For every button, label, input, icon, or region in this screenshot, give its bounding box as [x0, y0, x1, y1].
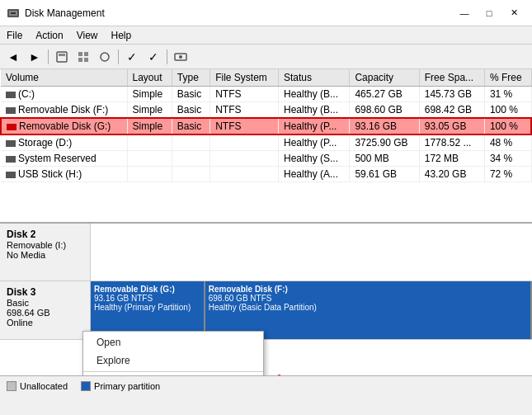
toolbar-btn-8[interactable] [171, 47, 191, 67]
legend-primary: Primary partition [81, 381, 160, 391]
table-cell: 43.20 GB [419, 167, 484, 182]
table-cell [172, 167, 210, 182]
status-bar: Unallocated Primary partition [0, 375, 532, 395]
table-cell [210, 151, 279, 167]
partition-2-status: Healthy (Basic Data Partition) [209, 303, 317, 312]
ctx-separator [83, 371, 263, 372]
table-cell: Basic [172, 102, 210, 119]
toolbar: ◄ ► ✓ ✓ [0, 45, 532, 69]
table-cell [172, 151, 210, 167]
disk-2-partitions [91, 224, 532, 281]
table-cell: Healthy (P... [278, 118, 349, 134]
table-row[interactable]: System ReservedHealthy (S...500 MB172 MB… [1, 151, 531, 167]
disk-table-container[interactable]: Volume Layout Type File System Status Ca… [0, 69, 532, 224]
table-cell: 93.16 GB [350, 118, 419, 134]
back-button[interactable]: ◄ [3, 47, 23, 67]
table-body: (C:)SimpleBasicNTFSHealthy (B...465.27 G… [1, 87, 531, 182]
table-cell [210, 167, 279, 182]
table-cell: NTFS [210, 87, 279, 102]
table-cell: Storage (D:) [1, 134, 127, 151]
toolbar-separator-2 [118, 50, 119, 64]
table-cell: USB Stick (H:) [1, 167, 127, 182]
toolbar-btn-7[interactable]: ✓ [144, 47, 163, 67]
table-cell: 1778.52 ... [419, 134, 484, 151]
disk-3-type: Basic [7, 298, 83, 308]
toolbar-btn-5[interactable] [95, 47, 115, 67]
disk-icon [6, 172, 16, 178]
svg-point-11 [179, 55, 182, 59]
forward-button[interactable]: ► [25, 47, 45, 67]
toolbar-btn-6[interactable]: ✓ [122, 47, 142, 67]
menu-action[interactable]: Action [29, 28, 69, 43]
table-cell: Basic [172, 118, 210, 134]
maximize-button[interactable]: □ [478, 5, 501, 21]
table-cell: 3725.90 GB [350, 134, 419, 151]
table-cell: (C:) [1, 87, 127, 102]
disk-icon [6, 92, 16, 98]
partition-2-size: 698.60 GB NTFS [209, 294, 272, 303]
main-content: Volume Layout Type File System Status Ca… [0, 69, 532, 395]
toolbar-btn-4[interactable] [73, 47, 93, 67]
menu-bar: File Action View Help [0, 26, 532, 45]
table-cell: Healthy (B... [278, 87, 349, 102]
svg-rect-8 [84, 58, 88, 62]
menu-view[interactable]: View [70, 28, 105, 43]
table-cell: 100 % [484, 102, 531, 119]
svg-rect-2 [11, 12, 16, 14]
table-cell: 59.61 GB [350, 167, 419, 182]
col-percent: % Free [484, 69, 531, 87]
disk-3-name: Disk 3 [7, 286, 83, 298]
table-cell: 698.60 GB [350, 102, 419, 119]
table-cell: Healthy (B... [278, 102, 349, 119]
disk-2-label: Disk 2 Removable (I:) No Media [0, 224, 91, 281]
table-cell: NTFS [210, 102, 279, 119]
ctx-menu-item[interactable]: Explore [83, 351, 263, 370]
table-cell: 48 % [484, 134, 531, 151]
ctx-menu-item[interactable]: Open [83, 333, 263, 351]
disk-2-media: No Media [7, 250, 83, 260]
table-cell [210, 134, 279, 151]
ctx-menu-item[interactable]: Mark Partition as Active [83, 374, 263, 376]
table-cell: 93.05 GB [419, 118, 484, 134]
toolbar-btn-3[interactable] [52, 47, 72, 67]
partition-status: Healthy (Primary Partition) [94, 303, 191, 312]
window-title: Disk Management [25, 7, 105, 19]
table-row[interactable]: (C:)SimpleBasicNTFSHealthy (B...465.27 G… [1, 87, 531, 102]
disk-table: Volume Layout Type File System Status Ca… [0, 69, 532, 182]
table-cell: NTFS [210, 118, 279, 134]
table-row[interactable]: Removable Disk (F:)SimpleBasicNTFSHealth… [1, 102, 531, 119]
table-cell: 34 % [484, 151, 531, 167]
table-cell: Healthy (S... [278, 151, 349, 167]
bottom-disk-panel: Disk 2 Removable (I:) No Media Disk 3 Ba… [0, 224, 532, 376]
table-cell: Healthy (A... [278, 167, 349, 182]
table-cell: Simple [127, 87, 172, 102]
table-cell [127, 167, 172, 182]
table-cell: System Reserved [1, 151, 127, 167]
table-cell [127, 151, 172, 167]
arrow-annotation [256, 368, 322, 376]
partition-size: 93.16 GB NTFS [94, 294, 153, 303]
table-row[interactable]: Storage (D:)Healthy (P...3725.90 GB1778.… [1, 134, 531, 151]
col-status: Status [278, 69, 349, 87]
menu-file[interactable]: File [0, 28, 29, 43]
disk-3-label: Disk 3 Basic 698.64 GB Online [0, 281, 91, 339]
toolbar-separator-3 [167, 50, 167, 64]
close-button[interactable]: ✕ [502, 5, 525, 21]
table-cell: 465.27 GB [350, 87, 419, 102]
table-cell: Removable Disk (F:) [1, 102, 127, 119]
col-volume: Volume [1, 69, 127, 87]
table-cell: 72 % [484, 167, 531, 182]
disk-2-type: Removable (I:) [7, 240, 83, 250]
minimize-button[interactable]: — [453, 5, 476, 21]
table-row[interactable]: Removable Disk (G:)SimpleBasicNTFSHealth… [1, 118, 531, 134]
svg-rect-7 [78, 58, 82, 62]
table-header-row: Volume Layout Type File System Status Ca… [1, 69, 531, 87]
table-cell: Simple [127, 118, 172, 134]
svg-rect-5 [78, 52, 82, 56]
menu-help[interactable]: Help [105, 28, 139, 43]
disk-3-section: Disk 3 Basic 698.64 GB Online Removable … [0, 281, 532, 340]
disk-3-size: 698.64 GB [7, 308, 83, 318]
toolbar-separator-1 [48, 50, 49, 64]
col-layout: Layout [127, 69, 172, 87]
table-row[interactable]: USB Stick (H:)Healthy (A...59.61 GB43.20… [1, 167, 531, 182]
